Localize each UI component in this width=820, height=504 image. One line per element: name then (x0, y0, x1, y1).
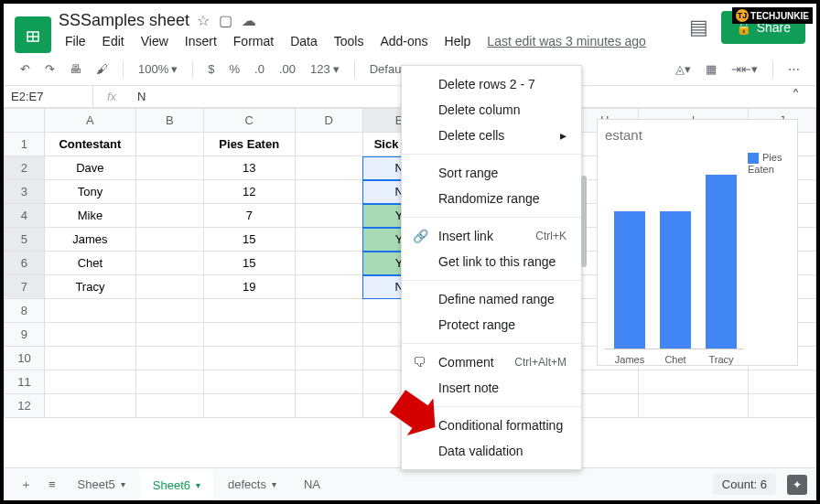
cell[interactable]: 15 (203, 228, 295, 252)
fx-icon: fx (93, 86, 130, 107)
ctx-delete-column[interactable]: Delete column (402, 97, 581, 123)
explore-button[interactable]: ✦ (787, 475, 807, 495)
fill-color-button[interactable]: ◬▾ (670, 59, 696, 80)
chart-bar: Chet (660, 211, 691, 349)
chart[interactable]: estant JamesChetTracy Pies Eaten (597, 119, 798, 366)
select-all-corner[interactable] (5, 109, 45, 133)
menu-tools[interactable]: Tools (328, 32, 371, 50)
chart-bar: James (614, 211, 645, 349)
more-button[interactable]: ⋯ (782, 59, 805, 80)
cell[interactable]: Tracy (44, 275, 135, 299)
star-icon[interactable]: ☆ (197, 12, 210, 29)
ctx-get-link[interactable]: Get link to this range (402, 249, 581, 274)
sheet-tab-bar: ＋ ≡ Sheet5▾ Sheet6▾ defects▾ NA Count: 6… (4, 467, 816, 500)
ctx-delete-cells[interactable]: Delete cells▸ (402, 123, 581, 148)
undo-button[interactable]: ↶ (15, 59, 36, 80)
cell[interactable]: 13 (203, 156, 295, 180)
menu-insert[interactable]: Insert (178, 32, 223, 50)
last-edit-link[interactable]: Last edit was 3 minutes ago (480, 32, 653, 50)
comment-icon: 🗨 (413, 355, 426, 370)
menu-help[interactable]: Help (438, 32, 478, 50)
comments-button[interactable]: ▤ (689, 11, 708, 44)
col-header[interactable]: D (295, 109, 362, 133)
link-icon: 🔗 (413, 229, 428, 243)
print-button[interactable]: 🖶 (64, 59, 87, 80)
menu-format[interactable]: Format (227, 32, 280, 50)
name-box[interactable]: E2:E7 (4, 86, 93, 107)
sheet-tab[interactable]: NA (291, 470, 333, 499)
ctx-protect-range[interactable]: Protect range (402, 312, 581, 338)
cell[interactable]: 19 (203, 275, 295, 299)
ctx-comment[interactable]: 🗨CommentCtrl+Alt+M (402, 349, 581, 375)
watermark: TJTECHJUNKIE (732, 7, 813, 24)
all-sheets-button[interactable]: ≡ (41, 472, 63, 497)
dec-increase-button[interactable]: .00 (274, 59, 301, 80)
dec-decrease-button[interactable]: .0 (249, 59, 270, 80)
move-icon[interactable]: ▢ (219, 12, 232, 29)
chart-bar: Tracy (706, 175, 737, 349)
menu-view[interactable]: View (135, 32, 175, 50)
cell[interactable]: Pies Eaten (203, 133, 295, 156)
cell[interactable]: Mike (44, 204, 135, 228)
menu-data[interactable]: Data (284, 32, 324, 50)
sheet-tab[interactable]: defects▾ (215, 470, 289, 499)
col-header[interactable]: B (135, 109, 203, 133)
number-format-select[interactable]: 123 ▾ (305, 59, 345, 80)
cell[interactable]: Dave (44, 156, 135, 180)
cloud-icon[interactable]: ☁ (242, 12, 256, 29)
selection-count[interactable]: Count: 6 (713, 474, 776, 495)
ctx-randomize-range[interactable]: Randomize range (402, 186, 581, 211)
cell[interactable]: 12 (203, 180, 295, 204)
row-header[interactable]: 1 (5, 133, 45, 156)
collapse-toolbar-button[interactable]: ˄ (792, 86, 800, 106)
menu-edit[interactable]: Edit (96, 32, 131, 50)
sheet-tab-active[interactable]: Sheet6▾ (140, 469, 213, 499)
row-header[interactable]: 12 (5, 394, 45, 418)
sheets-logo[interactable] (15, 16, 51, 53)
svg-marker-3 (384, 388, 437, 443)
row-header[interactable]: 7 (5, 275, 45, 299)
merge-button[interactable]: ⇥⇤▾ (726, 59, 763, 80)
row-header[interactable]: 8 (5, 299, 45, 323)
row-header[interactable]: 6 (5, 252, 45, 275)
header: SSSamples sheet ☆ ▢ ☁ File Edit View Ins… (4, 4, 816, 53)
document-title[interactable]: SSSamples sheet (59, 11, 189, 30)
add-sheet-button[interactable]: ＋ (13, 471, 39, 499)
row-header[interactable]: 2 (5, 156, 45, 180)
cell[interactable]: Tony (44, 180, 135, 204)
menu-scrollbar[interactable] (581, 176, 587, 267)
cell[interactable]: Contestant (44, 133, 135, 156)
chart-plot: JamesChetTracy (605, 148, 744, 349)
percent-button[interactable]: % (223, 59, 245, 80)
legend-swatch (748, 153, 759, 164)
col-header[interactable]: C (203, 109, 295, 133)
redo-button[interactable]: ↷ (39, 59, 60, 80)
cell[interactable]: James (44, 228, 135, 252)
paint-format-button[interactable]: 🖌 (91, 59, 113, 80)
row-header[interactable]: 5 (5, 228, 45, 252)
ctx-sort-range[interactable]: Sort range (402, 160, 581, 186)
callout-arrow (383, 388, 437, 443)
chart-bar-label: Tracy (694, 354, 749, 365)
row-header[interactable]: 3 (5, 180, 45, 204)
row-header[interactable]: 10 (5, 347, 45, 370)
row-header[interactable]: 4 (5, 204, 45, 228)
menu-file[interactable]: File (59, 32, 92, 50)
menu-addons[interactable]: Add-ons (373, 32, 434, 50)
cell[interactable]: Chet (44, 252, 135, 275)
sheet-tab[interactable]: Sheet5▾ (65, 470, 138, 499)
ctx-define-named-range[interactable]: Define named range (402, 286, 581, 312)
ctx-delete-rows[interactable]: Delete rows 2 - 7 (402, 71, 581, 97)
chart-title: estant (605, 127, 790, 143)
row-header[interactable]: 11 (5, 370, 45, 394)
cell[interactable]: 15 (203, 252, 295, 275)
col-header[interactable]: A (44, 109, 135, 133)
borders-button[interactable]: ▦ (700, 59, 722, 80)
currency-button[interactable]: $ (202, 59, 220, 80)
chart-legend: Pies Eaten (744, 148, 790, 349)
row-header[interactable]: 9 (5, 323, 45, 347)
zoom-select[interactable]: 100% ▾ (133, 59, 183, 80)
cell[interactable]: 7 (203, 204, 295, 228)
ctx-insert-link[interactable]: 🔗Insert linkCtrl+K (402, 223, 581, 249)
